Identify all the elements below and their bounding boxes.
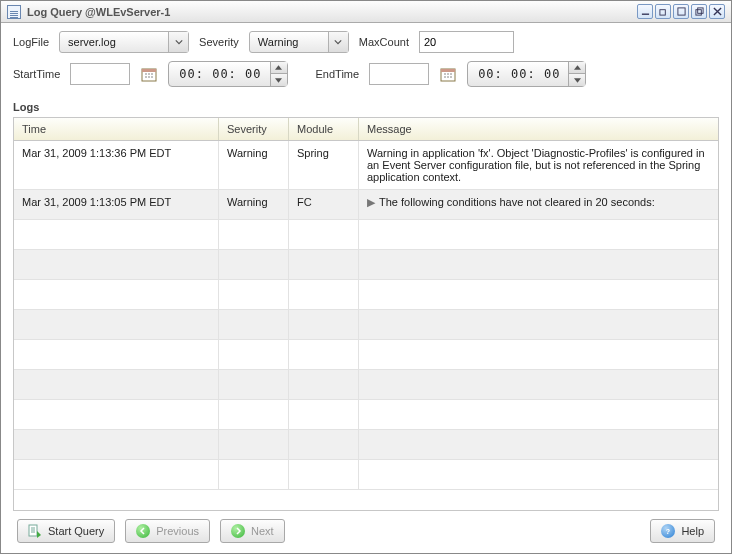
enddate-calendar-button[interactable]	[439, 65, 457, 83]
logfile-value: server.log	[60, 36, 168, 48]
table-row[interactable]: Mar 31, 2009 1:13:36 PM EDTWarningSpring…	[14, 141, 718, 190]
table-row-empty	[14, 340, 718, 370]
svg-rect-3	[695, 10, 700, 15]
svg-rect-5	[142, 69, 156, 72]
spin-up-button[interactable]	[569, 62, 585, 74]
logfile-label: LogFile	[13, 36, 49, 48]
content-area: LogFile server.log Severity Warning MaxC…	[1, 23, 731, 553]
maxcount-label: MaxCount	[359, 36, 409, 48]
grid-header: Time Severity Module Message	[14, 118, 718, 141]
previous-button[interactable]: Previous	[125, 519, 210, 543]
starttime-spinner[interactable]: 00: 00: 00	[168, 61, 287, 87]
cell-time: Mar 31, 2009 1:13:36 PM EDT	[14, 141, 219, 189]
cell-severity: Warning	[219, 141, 289, 189]
severity-label: Severity	[199, 36, 239, 48]
table-row-empty	[14, 430, 718, 460]
message-text: The following conditions have not cleare…	[379, 196, 655, 208]
starttime-label: StartTime	[13, 68, 60, 80]
spin-up-button[interactable]	[271, 62, 287, 74]
spinner-buttons	[270, 62, 287, 86]
starttime-value: 00: 00: 00	[179, 67, 261, 81]
titlebar: Log Query @WLEvServer-1	[1, 1, 731, 23]
cell-module: FC	[289, 190, 359, 219]
chevron-down-icon	[328, 32, 348, 52]
previous-label: Previous	[156, 525, 199, 537]
expand-icon[interactable]: ▶	[367, 196, 375, 209]
table-row-empty	[14, 400, 718, 430]
table-row-empty	[14, 460, 718, 490]
window-title: Log Query @WLEvServer-1	[27, 6, 631, 18]
chevron-down-icon	[168, 32, 188, 52]
cell-time: Mar 31, 2009 1:13:05 PM EDT	[14, 190, 219, 219]
severity-select[interactable]: Warning	[249, 31, 349, 53]
col-header-message[interactable]: Message	[359, 118, 718, 140]
start-query-button[interactable]: Start Query	[17, 519, 115, 543]
arrow-right-icon	[231, 524, 245, 538]
startdate-calendar-button[interactable]	[140, 65, 158, 83]
svg-rect-7	[441, 69, 455, 72]
col-header-severity[interactable]: Severity	[219, 118, 289, 140]
popout-button[interactable]	[691, 4, 707, 19]
svg-rect-2	[697, 8, 702, 13]
startdate-input[interactable]	[70, 63, 130, 85]
svg-rect-1	[677, 8, 684, 15]
table-row-empty	[14, 250, 718, 280]
col-header-module[interactable]: Module	[289, 118, 359, 140]
grid-body: Mar 31, 2009 1:13:36 PM EDTWarningSpring…	[14, 141, 718, 510]
close-button[interactable]	[709, 4, 725, 19]
table-row-empty	[14, 370, 718, 400]
svg-text:?: ?	[666, 528, 670, 535]
enddate-input[interactable]	[369, 63, 429, 85]
start-query-label: Start Query	[48, 525, 104, 537]
spinner-buttons	[568, 62, 585, 86]
next-label: Next	[251, 525, 274, 537]
cell-message: ▶The following conditions have not clear…	[359, 190, 718, 219]
logs-grid: Time Severity Module Message Mar 31, 200…	[13, 117, 719, 511]
table-row-empty	[14, 310, 718, 340]
message-text: Warning in application 'fx'. Object 'Dia…	[367, 147, 705, 183]
minimize-button[interactable]	[637, 4, 653, 19]
spin-down-button[interactable]	[271, 74, 287, 86]
maxcount-input[interactable]	[419, 31, 514, 53]
help-icon: ?	[661, 524, 675, 538]
endtime-label: EndTime	[316, 68, 360, 80]
table-row-empty	[14, 220, 718, 250]
cell-module: Spring	[289, 141, 359, 189]
restore-down-button[interactable]	[655, 4, 671, 19]
cell-severity: Warning	[219, 190, 289, 219]
logs-section-title: Logs	[13, 101, 719, 113]
spin-down-button[interactable]	[569, 74, 585, 86]
arrow-left-icon	[136, 524, 150, 538]
form-row-2: StartTime 00: 00: 00 EndTime 00: 00: 00	[13, 61, 719, 87]
start-query-icon	[28, 524, 42, 538]
table-row-empty	[14, 280, 718, 310]
window-icon	[7, 5, 21, 19]
calendar-icon	[440, 66, 456, 82]
window-buttons	[637, 4, 725, 19]
cell-message: Warning in application 'fx'. Object 'Dia…	[359, 141, 718, 189]
endtime-value: 00: 00: 00	[478, 67, 560, 81]
logfile-select[interactable]: server.log	[59, 31, 189, 53]
table-row[interactable]: Mar 31, 2009 1:13:05 PM EDTWarningFC▶The…	[14, 190, 718, 220]
button-bar: Start Query Previous Next ? Help	[13, 511, 719, 547]
svg-rect-0	[659, 10, 664, 15]
endtime-spinner[interactable]: 00: 00: 00	[467, 61, 586, 87]
form-row-1: LogFile server.log Severity Warning MaxC…	[13, 31, 719, 53]
log-query-window: Log Query @WLEvServer-1 LogFile server.l…	[0, 0, 732, 554]
maximize-button[interactable]	[673, 4, 689, 19]
col-header-time[interactable]: Time	[14, 118, 219, 140]
next-button[interactable]: Next	[220, 519, 285, 543]
severity-value: Warning	[250, 36, 328, 48]
help-button[interactable]: ? Help	[650, 519, 715, 543]
help-label: Help	[681, 525, 704, 537]
calendar-icon	[141, 66, 157, 82]
